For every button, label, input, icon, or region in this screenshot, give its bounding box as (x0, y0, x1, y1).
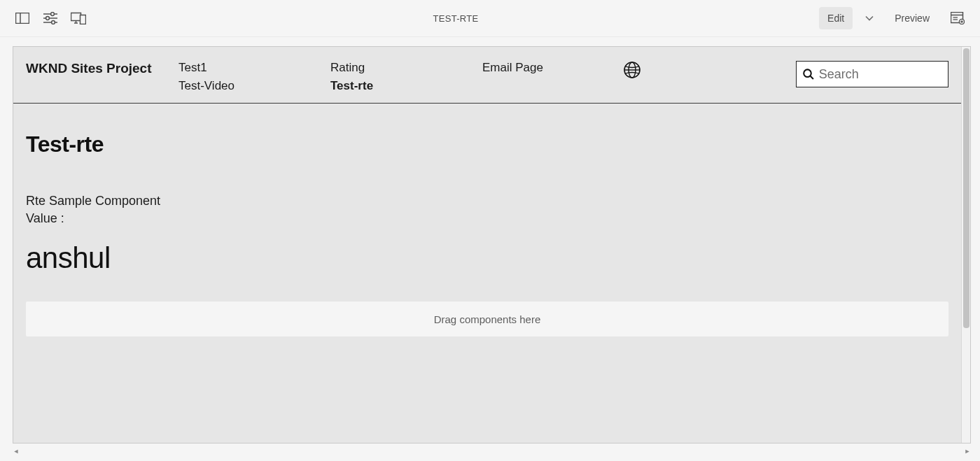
component-title: Rte Sample Component (26, 194, 948, 208)
page-heading: Test-rte (26, 132, 948, 157)
svg-point-22 (804, 69, 811, 77)
editor-shell: WKND Sites Project Test1 Test-Video Rati… (0, 37, 980, 461)
app-bar-left (8, 4, 92, 32)
globe-icon (623, 61, 641, 79)
rte-sample-component[interactable]: Rte Sample Component Value : anshul (26, 194, 948, 275)
site-brand[interactable]: WKND Sites Project (26, 61, 178, 76)
svg-line-23 (811, 76, 813, 79)
page-info-icon[interactable] (944, 4, 972, 32)
search-box[interactable] (796, 61, 948, 87)
vertical-scrollbar[interactable] (961, 47, 970, 443)
nav-link-email-page[interactable]: Email Page (482, 61, 622, 75)
language-switcher[interactable] (622, 61, 642, 79)
nav-col-3: Email Page (482, 61, 622, 75)
search-icon (802, 67, 815, 81)
component-dropzone[interactable]: Drag components here (26, 302, 948, 336)
edit-mode-button[interactable]: Edit (819, 7, 853, 29)
side-panel-toggle-icon[interactable] (8, 4, 36, 32)
preview-button[interactable]: Preview (886, 7, 938, 29)
search-input[interactable] (819, 67, 942, 82)
app-bar-right: Edit Preview (819, 4, 972, 32)
app-bar: TEST-RTE Edit Preview (0, 0, 980, 37)
nav-link-test1[interactable]: Test1 (178, 61, 330, 75)
chevron-down-icon (865, 15, 874, 21)
svg-point-7 (52, 21, 55, 24)
page-canvas: WKND Sites Project Test1 Test-Video Rati… (13, 46, 971, 444)
nav-link-rating[interactable]: Rating (330, 61, 482, 75)
emulator-devices-icon[interactable] (64, 4, 92, 32)
hscroll-left-arrow-icon[interactable]: ◄ (13, 447, 20, 455)
nav-col-1: Test1 Test-Video (178, 61, 330, 93)
site-header: WKND Sites Project Test1 Test-Video Rati… (13, 47, 961, 104)
svg-rect-11 (80, 15, 86, 24)
page-properties-icon[interactable] (36, 4, 64, 32)
horizontal-scrollbar[interactable]: ◄ ► (13, 447, 971, 455)
component-value-label: Value : (26, 211, 948, 226)
nav-col-2: Rating Test-rte (330, 61, 482, 93)
page-body: Test-rte Rte Sample Component Value : an… (13, 104, 961, 350)
hscroll-right-arrow-icon[interactable]: ► (964, 447, 971, 455)
svg-rect-0 (16, 13, 29, 24)
svg-rect-8 (71, 13, 81, 21)
mode-dropdown-button[interactable] (858, 7, 881, 29)
nav-link-test-rte[interactable]: Test-rte (330, 79, 482, 93)
component-value: anshul (26, 241, 948, 275)
nav-link-test-video[interactable]: Test-Video (178, 79, 330, 93)
svg-point-5 (51, 13, 55, 16)
vertical-scrollbar-thumb[interactable] (963, 48, 969, 328)
dropzone-label: Drag components here (434, 313, 541, 325)
svg-point-6 (46, 17, 50, 20)
page-title: TEST-RTE (92, 13, 819, 24)
